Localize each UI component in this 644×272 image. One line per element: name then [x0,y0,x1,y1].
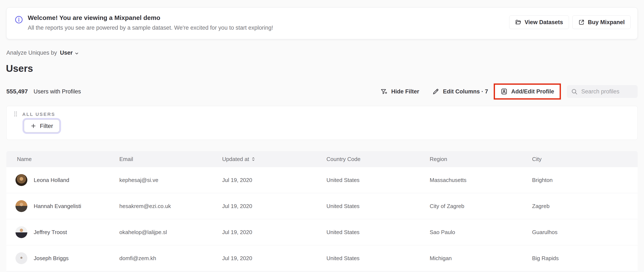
user-country-code: United States [326,229,430,236]
user-city: Zagreb [532,203,638,210]
updated-at-label: Updated at [222,156,249,163]
column-header-updated-at[interactable]: Updated at [222,156,326,163]
profile-card-icon [500,88,508,95]
column-header-country-code[interactable]: Country Code [326,156,430,163]
user-region: City of Zagreb [430,203,532,210]
external-link-icon [578,19,585,25]
user-updated-at: Jul 19, 2020 [222,203,326,210]
profile-count: 555,497 [6,88,28,95]
buy-mixpanel-button[interactable]: Buy Mixpanel [572,15,631,29]
avatar [16,200,27,212]
user-name: Joseph Briggs [34,255,69,262]
user-country-code: United States [326,177,430,183]
search-input[interactable] [581,88,634,95]
user-country-code: United States [326,255,430,262]
user-name: Leona Holland [34,177,69,183]
sort-icon[interactable] [252,156,255,162]
info-icon [15,15,23,24]
view-datasets-button[interactable]: View Datasets [509,15,569,29]
add-filter-button[interactable]: Filter [24,119,60,132]
edit-columns-button[interactable]: Edit Columns · 7 [432,88,488,95]
analyze-uniques-by: Analyze Uniques by User [6,49,79,56]
user-city: Big Rapids [532,255,638,262]
hide-filter-button[interactable]: Hide Filter [380,88,419,95]
user-email: kephesaj@si.ve [119,177,222,183]
column-header-email[interactable]: Email [119,156,222,163]
welcome-banner: Welcome! You are viewing a Mixpanel demo… [6,7,638,39]
all-users-group-label: ALL USERS [22,112,55,117]
pencil-icon [432,88,439,95]
search-icon [571,88,578,95]
banner-subtitle: All the reports you see are powered by a… [28,24,273,31]
user-region: Michigan [430,255,532,262]
avatar [16,252,27,264]
filter-funnel-icon [380,88,388,95]
column-header-name[interactable]: Name [6,156,119,163]
users-table: Name Email Updated at Country Code Regio… [6,151,638,271]
banner-title: Welcome! You are viewing a Mixpanel demo [28,14,273,21]
user-region: Sao Paulo [430,229,532,236]
chevron-down-icon[interactable] [74,51,79,56]
hide-filter-label: Hide Filter [391,88,419,95]
user-email: domfi@zem.kh [119,255,222,262]
page-title: Users [6,63,33,74]
drag-handle-icon[interactable] [14,111,18,117]
buy-mixpanel-label: Buy Mixpanel [588,19,625,26]
user-country-code: United States [326,203,430,210]
edit-columns-label: Edit Columns · 7 [443,88,488,95]
avatar [16,174,27,186]
user-updated-at: Jul 19, 2020 [222,229,326,236]
user-name: Hannah Evangelisti [34,203,81,210]
controls-row: 555,497 Users with Profiles Hide Filter … [6,83,638,100]
plus-icon [30,123,36,129]
add-edit-profile-label: Add/Edit Profile [511,88,554,95]
user-city: Guarulhos [532,229,638,236]
user-region: Massachusetts [430,177,532,183]
add-filter-label: Filter [40,123,53,129]
column-header-region[interactable]: Region [430,156,532,163]
add-edit-profile-button-highlighted[interactable]: Add/Edit Profile [494,83,561,100]
toolbar: Hide Filter Edit Columns · 7 Add/Edit Pr… [380,83,638,100]
user-updated-at: Jul 19, 2020 [222,177,326,183]
user-name: Jeffrey Troost [34,229,67,236]
table-row[interactable]: Hannah Evangelisti hesakrem@ezi.co.uk Ju… [6,193,638,219]
user-city: Brighton [532,177,638,183]
analyze-value-dropdown[interactable]: User [60,49,73,56]
user-updated-at: Jul 19, 2020 [222,255,326,262]
column-header-city[interactable]: City [532,156,638,163]
table-row[interactable]: Jeffrey Troost okahelop@lalijpe.sl Jul 1… [6,219,638,245]
filter-panel: ALL USERS Filter [6,106,638,140]
avatar [16,226,27,238]
user-email: hesakrem@ezi.co.uk [119,203,222,210]
user-email: okahelop@lalijpe.sl [119,229,222,236]
table-row[interactable]: Joseph Briggs domfi@zem.kh Jul 19, 2020 … [6,245,638,271]
table-header-row: Name Email Updated at Country Code Regio… [6,151,638,167]
profile-count-label: Users with Profiles [34,88,81,95]
table-row[interactable]: Leona Holland kephesaj@si.ve Jul 19, 202… [6,167,638,193]
view-datasets-label: View Datasets [525,19,563,26]
folder-icon [515,19,522,25]
analyze-label: Analyze Uniques by [6,49,57,56]
search-profiles-field[interactable] [567,85,638,98]
